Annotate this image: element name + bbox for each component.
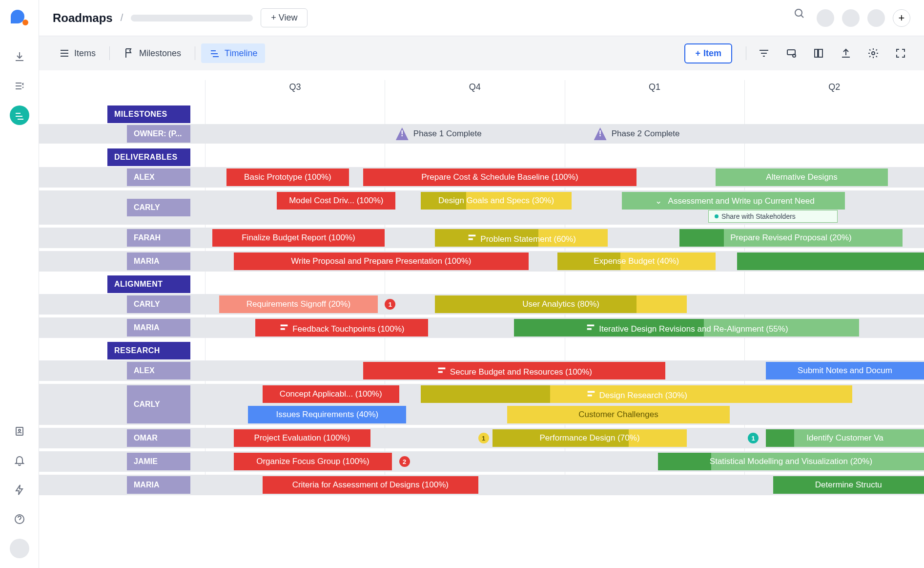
owner-label[interactable]: CARLY <box>127 385 190 423</box>
contacts-icon[interactable] <box>10 421 29 441</box>
user-avatar[interactable] <box>10 539 29 558</box>
task-bar[interactable]: Prepare Cost & Schedule Baseline (100%) <box>363 168 637 186</box>
owner-label[interactable]: JAMIE <box>127 453 190 470</box>
subtask[interactable]: Share with Stakeholders <box>708 210 838 223</box>
task-bar[interactable]: Alternative Designs <box>716 168 888 186</box>
page-title: Roadmaps <box>53 11 113 25</box>
owner-label[interactable]: MARIA <box>127 252 190 270</box>
svg-rect-9 <box>469 234 476 236</box>
bell-icon[interactable] <box>10 451 29 470</box>
gear-icon[interactable] <box>866 46 880 60</box>
task-bar[interactable]: Expense Budget (40%) <box>557 252 716 270</box>
task-bar[interactable] <box>737 252 924 270</box>
tab-timeline[interactable]: Timeline <box>201 43 265 63</box>
svg-rect-12 <box>281 328 285 330</box>
svg-point-3 <box>795 9 802 16</box>
task-bar[interactable]: Statistical Modelling and Visualization … <box>658 453 924 470</box>
svg-rect-10 <box>469 238 473 240</box>
owner-label[interactable]: OWNER: (P... <box>127 125 190 143</box>
svg-rect-14 <box>587 328 592 330</box>
filter-icon[interactable] <box>757 46 771 60</box>
download-icon[interactable] <box>10 47 29 66</box>
task-bar[interactable]: Customer Challenges <box>507 406 730 423</box>
svg-rect-17 <box>587 391 595 393</box>
task-bar[interactable]: Write Proposal and Prepare Presentation … <box>234 252 529 270</box>
tab-items[interactable]: Items <box>51 43 103 63</box>
owner-label[interactable]: ALEX <box>127 362 190 379</box>
svg-rect-15 <box>438 367 446 369</box>
task-bar[interactable]: Criteria for Assessment of Designs (100%… <box>263 476 478 494</box>
task-bar[interactable]: User Analytics (80%) <box>435 295 687 313</box>
owner-label[interactable]: CARLY <box>127 295 190 313</box>
avatar-placeholder[interactable] <box>817 9 834 27</box>
task-bar[interactable]: Requirements Signoff (20%) <box>219 295 377 313</box>
side-nav <box>0 0 39 568</box>
task-bar[interactable]: Secure Budget and Resources (100%) <box>363 362 665 379</box>
add-button[interactable]: + <box>893 9 910 27</box>
quarter-column: Q3 <box>205 80 385 105</box>
count-badge[interactable]: 1 <box>478 433 489 443</box>
svg-point-1 <box>19 429 21 431</box>
avatar-placeholder[interactable] <box>842 9 860 27</box>
svg-rect-6 <box>815 49 818 57</box>
fullscreen-icon[interactable] <box>894 46 907 60</box>
section-header[interactable]: RESEARCH <box>107 342 190 359</box>
task-bar[interactable]: Design Research (30%) <box>421 385 852 403</box>
task-bar[interactable]: Project Evaluation (100%) <box>234 429 370 447</box>
bolt-icon[interactable] <box>10 480 29 500</box>
help-icon[interactable] <box>10 509 29 529</box>
list-icon[interactable] <box>10 76 29 96</box>
task-bar[interactable]: Determine Structu <box>773 476 924 494</box>
task-bar[interactable]: Issues Requirements (40%) <box>248 406 406 423</box>
task-bar[interactable]: Iterative Design Revisions and Re-Alignm… <box>514 319 859 337</box>
timeline-nav-icon[interactable] <box>10 105 29 125</box>
top-bar: Roadmaps / + View + <box>39 0 924 36</box>
task-bar[interactable]: Performance Design (70%) <box>493 429 687 447</box>
task-bar[interactable]: Submit Notes and Docum <box>766 362 924 379</box>
milestone[interactable]: !Phase 2 Complete <box>594 127 680 140</box>
owner-label[interactable]: ALEX <box>127 168 190 186</box>
owner-label[interactable]: OMAR <box>127 429 190 447</box>
task-bar[interactable]: Problem Statement (60%) <box>435 229 608 247</box>
owner-label[interactable]: FARAH <box>127 229 190 247</box>
task-bar[interactable]: Prepare Revised Proposal (20%) <box>679 229 903 247</box>
count-badge[interactable]: 2 <box>399 456 410 467</box>
avatar-placeholder[interactable] <box>867 9 885 27</box>
breadcrumb-placeholder[interactable] <box>131 15 253 21</box>
owner-label[interactable]: MARIA <box>127 476 190 494</box>
svg-rect-16 <box>438 371 443 373</box>
add-item-button[interactable]: +Item <box>684 43 732 63</box>
svg-point-8 <box>872 52 875 55</box>
view-toolbar: Items Milestones Timeline +Item <box>39 36 924 70</box>
count-badge[interactable]: 1 <box>385 299 395 310</box>
task-bar[interactable]: Basic Prototype (100%) <box>226 168 349 186</box>
milestone[interactable]: !Phase 1 Complete <box>396 127 482 140</box>
section-header[interactable]: DELIVERABLES <box>107 148 190 166</box>
link-icon[interactable] <box>784 46 798 60</box>
svg-rect-11 <box>281 324 288 326</box>
task-bar[interactable]: Organize Focus Group (100%) <box>234 453 392 470</box>
timeline-area: Q3Q4Q1Q2 MILESTONESOWNER: (P...!Phase 1 … <box>39 70 924 568</box>
count-badge[interactable]: 1 <box>748 433 759 443</box>
tab-milestones[interactable]: Milestones <box>116 43 189 63</box>
export-icon[interactable] <box>839 46 853 60</box>
task-bar[interactable]: ⌄Assessment and Write up Current Need <box>622 192 845 210</box>
task-bar[interactable]: Finalize Budget Report (100%) <box>212 229 385 247</box>
add-view-button[interactable]: + View <box>261 8 308 27</box>
task-bar[interactable]: Concept Applicabl... (100%) <box>263 385 399 403</box>
svg-rect-18 <box>587 394 592 396</box>
quarter-column: Q4 <box>385 80 564 105</box>
quarter-column: Q1 <box>565 80 744 105</box>
task-bar[interactable]: Identify Customer Va <box>766 429 924 447</box>
task-bar[interactable]: Model Cost Driv... (100%) <box>277 192 395 210</box>
layout-icon[interactable] <box>812 46 825 60</box>
task-bar[interactable]: Design Goals and Specs (30%) <box>421 192 572 210</box>
owner-label[interactable]: CARLY <box>127 199 190 216</box>
section-header[interactable]: ALIGNMENT <box>107 275 190 293</box>
section-header[interactable]: MILESTONES <box>107 105 190 123</box>
svg-rect-13 <box>587 324 595 326</box>
owner-label[interactable]: MARIA <box>127 319 190 337</box>
logo <box>11 10 28 27</box>
task-bar[interactable]: Feedback Touchpoints (100%) <box>255 319 428 337</box>
search-icon[interactable] <box>789 3 809 23</box>
